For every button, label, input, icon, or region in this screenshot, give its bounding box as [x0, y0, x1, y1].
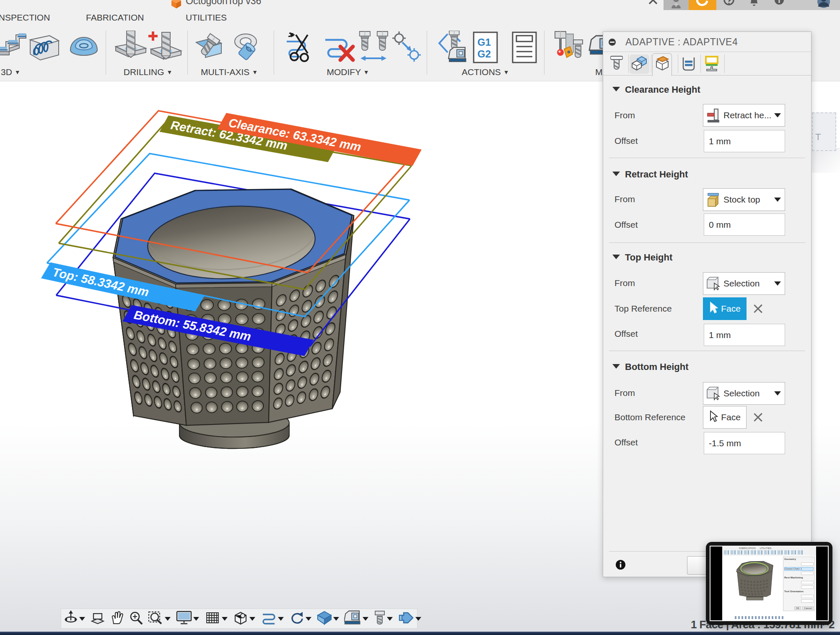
g1g2-text-line2: G2: [477, 48, 491, 60]
dropdown-arrow-icon[interactable]: [79, 617, 85, 621]
toolbar-manage-tool-library-button[interactable]: [552, 31, 584, 64]
toolbar-actions-post-process-icon: [436, 58, 470, 65]
collapse-triangle-icon[interactable]: [612, 172, 620, 176]
navbar-viewports-button[interactable]: [231, 609, 258, 628]
bottom-reference-face-chip[interactable]: Face: [703, 406, 747, 429]
toolbar-multiaxis-swarf-icon: [195, 57, 231, 64]
workspace-tab-bar: INSPECTION FABRICATION UTILITIES: [0, 11, 840, 27]
dropdown-arrow-icon[interactable]: [333, 617, 339, 621]
top-from-label: From: [614, 278, 635, 288]
bottom-reference-clear-icon[interactable]: [752, 412, 763, 423]
user-avatar[interactable]: [792, 0, 836, 10]
tab-fabrication[interactable]: FABRICATION: [86, 13, 144, 23]
extensions-button[interactable]: [664, 0, 689, 10]
clearance-offset-input[interactable]: 1 mm: [704, 130, 785, 152]
dropdown-arrow-icon[interactable]: [249, 617, 255, 621]
top-reference-face-chip[interactable]: Face: [703, 297, 747, 320]
notifications-bell-button[interactable]: [741, 0, 767, 10]
toolbar-multiaxis-rotary-button[interactable]: [231, 31, 264, 62]
toolbar-modify-delete-toolpath-button[interactable]: [323, 31, 357, 65]
bottom-offset-label: Offset: [614, 437, 638, 448]
navbar-display-settings-button[interactable]: [174, 609, 202, 628]
top-reference-clear-icon[interactable]: [752, 303, 763, 314]
section-top-height[interactable]: Top Height: [625, 252, 672, 263]
navbar-stock-visibility-button[interactable]: [314, 609, 342, 628]
help-button[interactable]: [716, 0, 741, 10]
collapse-triangle-icon[interactable]: [612, 87, 620, 91]
section-bottom-height[interactable]: Bottom Height: [625, 362, 689, 372]
dialog-tab-geometry[interactable]: [630, 55, 649, 74]
dialog-tab-tool[interactable]: [607, 54, 626, 75]
navbar-post-process-nav-button[interactable]: [396, 609, 424, 628]
toolbar-actions-g1g2-button[interactable]: G1 G2: [473, 31, 498, 65]
toolbar-drill-button[interactable]: [114, 31, 148, 67]
section-retract-height[interactable]: Retract Height: [625, 169, 688, 180]
navbar-tool-visibility-button[interactable]: [371, 609, 396, 628]
navbar-toolpath-visibility-button[interactable]: [258, 609, 287, 628]
tab-utilities[interactable]: UTILITIES: [186, 13, 227, 23]
navbar-machine-visibility-button[interactable]: [342, 609, 371, 628]
navbar-grid-settings-button[interactable]: [202, 609, 231, 628]
dropdown-arrow-icon[interactable]: [415, 617, 421, 621]
ribbon-group-label-actions[interactable]: ACTIONS ▼: [448, 67, 523, 77]
close-icon[interactable]: [648, 0, 658, 7]
navbar-pan-button[interactable]: [107, 609, 127, 628]
screen-share-pip-overlay[interactable]: FABRICATION UTILITIES Geometry Closed Ch…: [706, 542, 832, 625]
top-from-dropdown[interactable]: Selection: [703, 272, 785, 295]
dialog-tab-linking[interactable]: [702, 54, 721, 75]
dialog-tab-heights[interactable]: [652, 53, 672, 76]
retract-from-dropdown[interactable]: Stock top: [703, 188, 785, 211]
clearance-offset-label: Offset: [614, 136, 638, 146]
navbar-look-at-button[interactable]: [88, 609, 107, 628]
dropdown-arrow-icon[interactable]: [222, 617, 228, 621]
zoom-icon: [129, 610, 144, 627]
collapse-triangle-icon[interactable]: [612, 255, 620, 259]
ribbon-group-label-3d[interactable]: 3D ▼: [1, 67, 21, 77]
dialog-header[interactable]: ADAPTIVE : ADAPTIVE4: [603, 32, 811, 52]
top-offset-input[interactable]: 1 mm: [704, 324, 785, 346]
toolbar-multiaxis-swarf-button[interactable]: [195, 31, 231, 64]
toolbar-modify-tool-distance-button[interactable]: [356, 31, 391, 66]
toolbar-actions-g1g2-icon: G1 G2: [473, 57, 498, 65]
section-separator: [609, 351, 805, 351]
dropdown-arrow-icon[interactable]: [306, 617, 311, 621]
retract-offset-input[interactable]: 0 mm: [704, 213, 785, 236]
toolbar-3d-pocket-button[interactable]: [0, 31, 28, 62]
section-clearance-height[interactable]: Clearance Height: [625, 84, 700, 95]
clearance-from-dropdown[interactable]: Retract he...: [703, 104, 785, 127]
navbar-zoom-window-button[interactable]: [146, 609, 174, 628]
dropdown-arrow-icon[interactable]: [363, 617, 368, 621]
toolbar-drill-add-button[interactable]: [148, 31, 183, 68]
toolbar-modify-link-points-button[interactable]: [390, 31, 423, 65]
dropdown-arrow-icon[interactable]: [165, 617, 171, 621]
cursor-icon: [709, 410, 718, 425]
toolbar-actions-setup-sheet-button[interactable]: [511, 31, 537, 66]
toolbar-3d-flow-button[interactable]: [26, 31, 62, 64]
bottom-offset-input[interactable]: -1.5 mm: [704, 432, 785, 454]
collapse-triangle-icon[interactable]: [612, 364, 620, 369]
document-title: OctogoonTop v36: [186, 0, 261, 7]
toolbar-modify-trim-button[interactable]: [283, 31, 317, 65]
pip-nav-toolbar: [735, 616, 785, 619]
dropdown-arrow-icon[interactable]: [387, 617, 393, 621]
toolbar-actions-post-process-button[interactable]: [436, 31, 470, 66]
tab-inspection[interactable]: INSPECTION: [0, 13, 50, 23]
dialog-tab-passes[interactable]: [679, 54, 698, 75]
dropdown-arrow-icon[interactable]: [278, 617, 284, 621]
navbar-regenerate-button[interactable]: [287, 609, 314, 628]
job-status-button[interactable]: [689, 0, 716, 10]
dialog-info-icon[interactable]: [616, 560, 625, 570]
view-navigation-toolbar: [61, 609, 417, 629]
dropdown-arrow-icon[interactable]: [193, 617, 199, 621]
ribbon-group-label-multiaxis[interactable]: MULTI-AXIS ▼: [194, 67, 265, 77]
toolbar-3d-morphed-spiral-button[interactable]: [69, 31, 99, 59]
info-button[interactable]: [767, 0, 792, 10]
ribbon-group-label-drilling[interactable]: DRILLING ▼: [116, 67, 180, 77]
bottom-from-dropdown[interactable]: Selection: [703, 382, 785, 405]
linking-tab-icon: [703, 56, 720, 73]
stock-preview-shadow: [812, 148, 840, 173]
ribbon-group-label-modify[interactable]: MODIFY ▼: [310, 67, 386, 77]
navbar-orbit-button[interactable]: [61, 609, 88, 628]
display-settings-icon: [176, 610, 192, 627]
navbar-zoom-button[interactable]: [127, 609, 146, 628]
